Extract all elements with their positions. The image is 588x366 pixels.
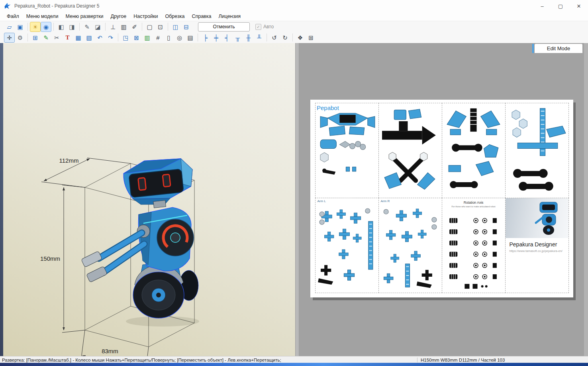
paint-face-icon[interactable]: ◨ [67,22,77,31]
menu-crop[interactable]: Обрезка [161,13,188,20]
split-pane-icon[interactable]: ◫ [171,22,180,31]
brand-name: Pepakura Designer [510,241,557,248]
move-net-icon[interactable]: ⊞ [30,33,40,42]
pattern-page: Pepabot [310,100,573,297]
pattern-cell-legs[interactable] [442,103,506,198]
brand-url: https://www.tamasoft.co.jp/pepakura-en/ [510,249,563,253]
pattern-panel[interactable]: Edit Mode Pepabot [299,43,584,356]
rotate-right-icon[interactable]: ↻ [280,33,290,42]
cube-icon[interactable]: ▧ [84,33,94,42]
pane-splitter[interactable] [295,43,299,356]
titlebar: Pepakura_Robot - Pepakura Designer 5 – ▢… [0,0,588,12]
light-bulb-icon[interactable]: ☀ [30,22,40,31]
text-icon[interactable]: T [63,33,73,42]
align-top-icon[interactable]: ╥ [233,33,243,42]
toolbar-separator [168,23,168,31]
paint-mesh-icon[interactable]: ◧ [56,22,66,31]
page-title: Pepabot [317,104,339,111]
edit-mode-accent [532,44,534,53]
pattern-shapes [379,198,442,293]
auto-checkbox-group: ✓ Авто [255,24,274,30]
pattern-cell-branding: Pepakura Designer https://www.tamasoft.c… [505,198,569,293]
align-center-icon[interactable]: ╪ [211,33,221,42]
pages-icon[interactable]: ◳ [121,33,131,42]
target-icon[interactable]: ◎ [174,33,184,42]
brand-photo [506,198,568,238]
pattern-shapes [316,103,378,198]
edit-edge-icon[interactable]: ✎ [41,33,51,42]
align-right-icon[interactable]: ╡ [222,33,232,42]
pattern-cell-arm-r[interactable]: Arm R [378,198,442,293]
auto-checkbox-label: Авто [263,24,274,30]
toolbar-separator [198,33,198,41]
menu-settings[interactable]: Настройки [130,13,161,20]
undo-icon[interactable]: ↶ [95,33,105,42]
rotate-left-icon[interactable]: ↺ [269,33,279,42]
pepakura-window: Pepakura_Robot - Pepakura Designer 5 – ▢… [0,0,588,366]
window-title: Pepakura_Robot - Pepakura Designer 5 [14,3,99,9]
pattern-cell-body-2[interactable] [378,103,442,198]
pattern-cell-arm-l[interactable]: Arm L [315,198,379,293]
align-middle-icon[interactable]: ╫ [243,33,253,42]
align-bottom-icon[interactable]: ╨ [254,33,264,42]
select-box-icon[interactable]: ▢ [145,22,155,31]
columns-icon[interactable]: ▥ [119,22,129,31]
edit-mode-tab[interactable]: Edit Mode [535,44,582,53]
menu-model[interactable]: Меню модели [23,13,62,20]
pattern-shapes [506,103,568,198]
arrange-icon[interactable]: ❖ [295,33,305,42]
viewport-3d[interactable]: 150mm 112mm 83mm [3,43,295,356]
rotate-view-icon[interactable]: ⚙ [15,33,25,42]
robot-model [81,156,199,327]
order-icon[interactable]: # [153,33,163,42]
minimize-button[interactable]: – [533,0,551,12]
net-icon[interactable]: ⊠ [131,33,141,42]
wrench-icon[interactable]: ✐ [129,22,139,31]
redo-icon[interactable]: ↷ [106,33,116,42]
toolbar-row-1: ▱ ▣ ☀ ◉ ◧ ◨ ✎ ◪ ⊥ ▥ ✐ ▢ ⊡ ◫ ⊟ Отменить ✓… [0,21,588,32]
pattern-cell-body-1[interactable] [315,103,379,198]
pan-zoom-icon[interactable]: ✛ [4,33,14,42]
cut-icon[interactable]: ✂ [52,33,62,42]
pattern-cell-rotation-axis[interactable]: Rotation Axis For those who want to make… [442,198,506,293]
align-left-icon[interactable]: ╞ [200,33,210,42]
image-icon[interactable]: ▦ [73,33,83,42]
maximize-button[interactable]: ▢ [551,0,570,12]
status-dimensions-text: H150mm W83mm D112mm / Частей 103 [417,358,588,362]
desktop-edge-right [584,43,588,356]
pattern-shapes [442,103,505,198]
select-parts-icon[interactable]: ⊡ [155,22,165,31]
dim-width-label: 83mm [102,348,118,354]
pattern-shapes [316,198,378,293]
toolbar-separator [292,33,293,41]
save-icon[interactable]: ▣ [15,22,25,31]
texture-display-icon[interactable]: ◉ [41,22,51,31]
main-area: 150mm 112mm 83mm [0,43,588,356]
cancel-button[interactable]: Отменить [198,22,250,31]
chart-icon[interactable]: ▥ [142,33,152,42]
split-pane-alt-icon[interactable]: ⊟ [181,22,191,31]
rotation-axis-subtitle: For those who want to make articulated r… [444,205,504,208]
window-controls: – ▢ ✕ [533,0,588,12]
open-icon[interactable]: ▱ [4,22,14,31]
pack-icon[interactable]: ⊞ [306,33,316,42]
toolbar-separator [27,33,28,41]
brand-robot-image [533,200,564,236]
app-icon [4,2,11,10]
print-icon[interactable]: ▤ [185,33,195,42]
close-button[interactable]: ✕ [570,0,588,12]
toolbar-separator [142,23,142,31]
menu-help[interactable]: Справка [188,13,215,20]
menu-license[interactable]: Лицензия [215,13,244,20]
plumb-icon[interactable]: ⊥ [108,22,118,31]
desktop-edge-left [0,43,3,356]
menu-other[interactable]: Другое [107,13,130,20]
pen-icon[interactable]: ✎ [82,22,92,31]
eraser-icon[interactable]: ◪ [93,22,103,31]
dim-height-label: 150mm [40,255,60,262]
page-icon[interactable]: ▯ [164,33,174,42]
auto-checkbox[interactable]: ✓ [255,24,261,30]
pattern-cell-body-7[interactable] [505,103,569,198]
menu-unfold[interactable]: Меню развертки [62,13,107,20]
menu-file[interactable]: Файл [3,13,23,20]
